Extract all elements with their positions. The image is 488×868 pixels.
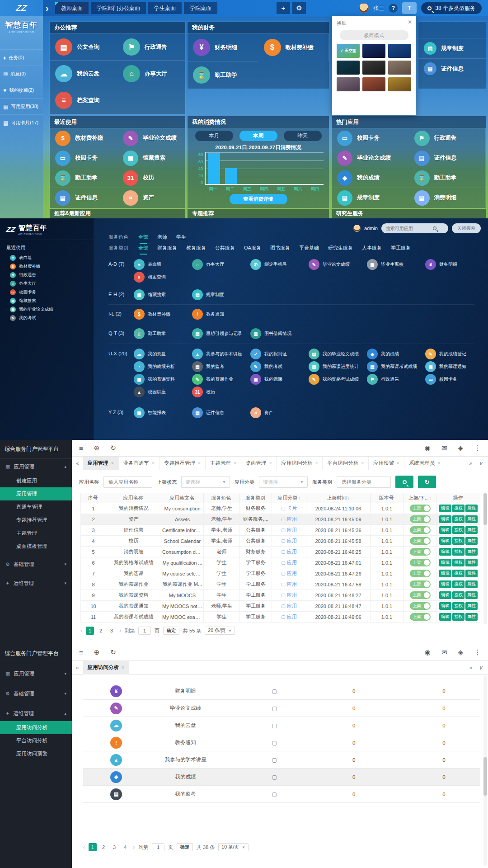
skin-thumbnail[interactable] <box>362 61 385 75</box>
desktop-tab[interactable]: 学院部门办公桌面 <box>91 2 146 14</box>
edit-button[interactable]: 编辑 <box>439 526 451 534</box>
app-item[interactable]: ⌛ 勤工助学 <box>50 168 117 188</box>
tag-icon[interactable]: ◈ <box>458 648 463 656</box>
bell-icon[interactable]: ◉ <box>425 444 431 452</box>
recent-app-item[interactable]: ▭ 校园卡务 <box>0 288 94 297</box>
app-item[interactable]: ✓ 我的报到证 <box>250 348 309 360</box>
app-item[interactable]: ⌂ 办事大厅 <box>117 60 185 87</box>
category-link[interactable]: ▢应用 <box>281 538 296 544</box>
refresh-icon[interactable]: ↻ <box>110 648 116 656</box>
table-row[interactable]: 11 我的慕课考试成绩 My MOOC exam... 学生 学工服务 ▢应用 … <box>81 612 480 623</box>
app-item[interactable]: 31 校历 <box>117 168 185 188</box>
publish-toggle[interactable]: 上架 <box>410 613 431 621</box>
menu-ops-management[interactable]: ✦ 运维管理 ▴ <box>0 706 72 721</box>
publish-toggle[interactable]: 上架 <box>410 526 431 534</box>
menu-basic-management[interactable]: ⚙ 基础管理 ▾ <box>0 557 72 572</box>
app-item[interactable]: ▦ 我的慕课资料 <box>134 373 192 386</box>
category-option[interactable]: 全部 <box>138 245 148 251</box>
column-header[interactable]: 应用英文名 <box>161 493 204 503</box>
app-item[interactable]: ▤ 我的监考 <box>192 360 250 373</box>
category-link[interactable]: ▢应用 <box>281 570 296 577</box>
recent-app-item[interactable]: ♥ 表白墙 <box>0 254 94 262</box>
admin-tab[interactable]: 应用预警 × <box>369 457 404 470</box>
app-item[interactable]: ♥ 表白墙 <box>134 258 192 271</box>
admin-tab[interactable]: 业务直通车 × <box>119 457 160 470</box>
authorize-button[interactable]: 授权 <box>452 591 465 599</box>
desktop-tab[interactable]: 教师桌面 <box>55 2 89 14</box>
app-item[interactable]: ✎ 我的资格考试成绩 <box>309 373 367 386</box>
column-header[interactable]: 序号 <box>81 493 106 503</box>
app-item[interactable]: ◔ 我的成绩分析 <box>134 360 192 373</box>
sidebar-item[interactable]: ▦ 可用应用(38) <box>0 98 43 114</box>
edit-button[interactable]: 编辑 <box>439 613 451 621</box>
edit-button[interactable]: 编辑 <box>439 515 451 523</box>
tabs-scroll-right-icon[interactable]: » <box>469 665 473 671</box>
app-item[interactable]: $ 教材费补缴 <box>50 128 117 148</box>
category-link[interactable]: ▢应用 <box>281 592 296 599</box>
per-page-select[interactable]: 10 条/页▼ <box>218 843 248 851</box>
admin-tab[interactable]: 系统管理员 × <box>404 457 445 470</box>
edit-button[interactable]: 编辑 <box>439 602 451 610</box>
app-item[interactable]: ▤ 证件信息 <box>409 148 486 168</box>
minimal-mode-button[interactable]: 极简模式 <box>340 30 408 40</box>
property-button[interactable]: 属性 <box>465 548 478 556</box>
category-option[interactable]: 研究生服务 <box>328 245 353 251</box>
add-desktop-button[interactable]: + <box>277 2 290 14</box>
page-number[interactable]: 3 <box>108 627 116 635</box>
column-header[interactable]: 版本号 <box>371 493 404 503</box>
table-row[interactable]: 1 我的消费情况 My consumption 老师,学生 财务服务 ▢卡片 2… <box>81 503 480 514</box>
authorize-button[interactable]: 授权 <box>452 580 465 588</box>
recent-app-item[interactable]: ▣ 馆藏搜索 <box>0 297 94 305</box>
app-item[interactable]: ▣ 馆藏搜索 <box>117 148 185 168</box>
property-button[interactable]: 属性 <box>465 591 478 599</box>
app-item[interactable]: ✎ 毕业论文成绩 <box>332 148 409 168</box>
chevron-right-icon[interactable]: › <box>46 2 49 14</box>
app-item[interactable]: ▤ 消费明细 <box>409 188 486 208</box>
property-button[interactable]: 属性 <box>465 570 478 577</box>
jump-page-input[interactable] <box>138 627 151 635</box>
app-item[interactable]: ▤ 证件信息 <box>192 406 250 419</box>
property-button[interactable]: 属性 <box>465 505 478 512</box>
app-item[interactable]: ✎ 我的成绩登记 <box>425 348 483 360</box>
skin-thumbnail[interactable] <box>362 44 385 58</box>
app-item[interactable]: $ 教材费补缴 <box>258 33 329 61</box>
admin-tab[interactable]: 桌面管理 × <box>241 457 277 470</box>
app-item[interactable]: ▣ 馆藏搜索 <box>134 288 192 301</box>
tabs-scroll-left-icon[interactable]: « <box>72 460 83 467</box>
property-button[interactable]: 属性 <box>465 559 478 566</box>
category-option[interactable]: 财务服务 <box>157 245 177 251</box>
app-item[interactable]: ▤ 思想引领参与记录 <box>192 327 250 340</box>
publish-toggle[interactable]: 上架 <box>410 591 431 599</box>
analysis-row[interactable]: ! 教务通知 ▢ 0 0 <box>83 734 480 751</box>
app-item[interactable]: ¤ 资产 <box>250 406 309 419</box>
analysis-row[interactable]: ☁ 我的云盘 ▢ 0 0 <box>83 717 480 734</box>
sidebar-item[interactable]: ✉ 消息(0) <box>0 66 43 82</box>
app-item[interactable]: ✎ 我的考试 <box>250 360 309 373</box>
app-item[interactable]: ▤ 规章制度 <box>192 288 250 301</box>
category-option[interactable]: OA服务 <box>244 245 261 251</box>
sidebar-item[interactable]: ♥ 我的收藏(2) <box>0 82 43 98</box>
app-item[interactable]: ⚑ 行政通告 <box>117 33 185 60</box>
property-button[interactable]: 属性 <box>465 602 478 610</box>
app-item[interactable]: ☁ 我的云盘 <box>50 60 117 87</box>
table-row[interactable]: 4 校历 School Calendar 学生,老师 公共服务 ▢应用 2020… <box>81 536 480 547</box>
authorize-button[interactable]: 授权 <box>452 570 465 577</box>
admin-tab[interactable]: 平台访问分析 × <box>323 457 369 470</box>
page-number[interactable]: 3 <box>110 843 118 851</box>
app-item[interactable]: ≡ 档案查询 <box>134 271 192 283</box>
column-header[interactable]: 服务类别 <box>240 493 272 503</box>
service-search[interactable]: 38 个多类型服务 <box>421 2 482 14</box>
submenu-item[interactable]: 直通车管理 <box>0 500 72 514</box>
hall-search-input[interactable] <box>385 226 430 231</box>
publish-toggle[interactable]: 上架 <box>410 515 431 523</box>
close-tab-icon[interactable]: × <box>397 461 399 466</box>
column-header[interactable]: 应用分类↕ <box>272 493 306 503</box>
analysis-row[interactable]: ▤ 我的监考 ▢ 0 0 <box>83 786 480 803</box>
submenu-item[interactable]: 应用管理 <box>0 487 72 500</box>
skin-thumbnail[interactable] <box>337 77 360 91</box>
property-button[interactable]: 属性 <box>465 613 478 621</box>
submenu-item[interactable]: 应用访问预警 <box>0 747 72 760</box>
skin-thumbnail[interactable] <box>362 77 385 91</box>
app-item[interactable]: ▤ 我的慕课考试成绩 <box>367 360 425 373</box>
globe-icon[interactable]: ⊕ <box>94 444 100 452</box>
